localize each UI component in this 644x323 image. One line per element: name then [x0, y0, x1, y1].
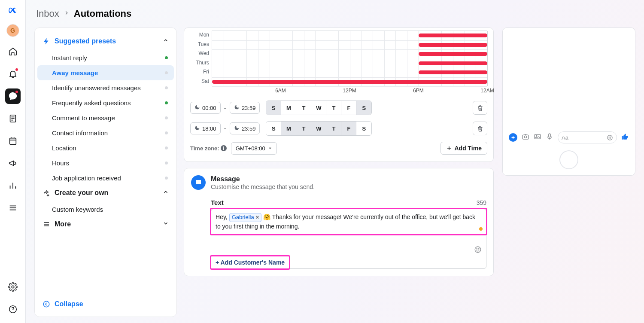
day-btn[interactable]: T [326, 101, 341, 115]
svg-point-2 [12, 286, 14, 288]
day-btn[interactable]: M [281, 101, 296, 115]
schedule-day-labels: MonTuesWedThursFriSat [190, 30, 209, 86]
day-btn[interactable]: F [341, 101, 356, 115]
svg-point-4 [43, 301, 49, 307]
breadcrumb-root[interactable]: Inbox [36, 8, 59, 19]
day-btn[interactable]: T [296, 101, 311, 115]
status-dot-icon [165, 131, 168, 134]
day-btn[interactable]: S [356, 122, 371, 135]
schedule-time-row: 00:00-23:59SMTWTFS [190, 101, 487, 115]
rail-settings[interactable] [5, 279, 21, 295]
status-dot-icon [165, 177, 168, 180]
delete-row-button[interactable] [473, 101, 487, 115]
start-time-input[interactable]: 00:00 [190, 102, 221, 114]
rail-help[interactable] [5, 302, 21, 317]
breadcrumb-current: Automations [74, 8, 131, 19]
breadcrumb: Inbox Automations [26, 0, 644, 27]
custom-list: Custom keywords [37, 202, 174, 217]
emoji-icon[interactable] [474, 246, 482, 253]
svg-point-6 [477, 249, 477, 250]
status-dot-icon [165, 86, 168, 89]
preset-item[interactable]: Instant reply [37, 50, 174, 65]
moon-icon [194, 125, 200, 132]
trash-icon [477, 105, 483, 111]
delete-row-button[interactable] [473, 122, 487, 135]
rail-posts[interactable] [5, 111, 21, 126]
start-time-input[interactable]: 18:00 [190, 122, 221, 134]
text-label: Text [211, 199, 224, 206]
add-time-button[interactable]: Add Time [440, 142, 487, 155]
day-btn[interactable]: W [311, 101, 326, 115]
preset-item[interactable]: Contact information [37, 125, 174, 140]
svg-rect-12 [549, 134, 551, 137]
phone-add-button[interactable]: + [509, 133, 517, 142]
status-dot-icon [165, 101, 168, 104]
customer-name-token[interactable]: Gabriella× [229, 213, 262, 222]
phone-preview: + Aa [502, 27, 635, 176]
rail-home[interactable] [5, 44, 21, 59]
remove-token-icon[interactable]: × [256, 213, 259, 222]
phone-text-input[interactable]: Aa [558, 131, 617, 143]
moon-icon [234, 125, 240, 132]
svg-point-14 [609, 137, 609, 137]
day-selector: SMTWTFS [266, 101, 372, 115]
trash-icon [477, 125, 483, 132]
day-btn[interactable]: F [341, 122, 356, 135]
caret-down-icon [268, 146, 272, 150]
preset-list: Instant replyAway messageIdentify unansw… [37, 50, 174, 186]
plus-icon [446, 145, 452, 151]
phone-home-button [559, 150, 578, 169]
group-create-own[interactable]: Create your own [37, 186, 174, 202]
gear-icon [8, 282, 18, 292]
rail-calendar[interactable] [5, 133, 21, 149]
image-icon[interactable] [534, 133, 541, 142]
rail-more[interactable] [5, 200, 21, 216]
document-icon [8, 114, 18, 123]
group-more[interactable]: More [37, 217, 174, 233]
account-avatar[interactable]: G [6, 24, 19, 37]
schedule-card: MonTuesWedThursFriSat 6AM12PM6PM12AM 00:… [184, 27, 494, 162]
preset-item[interactable]: Hours [37, 155, 174, 171]
megaphone-icon [8, 158, 18, 168]
sidebar: Suggested presets Instant replyAway mess… [34, 27, 177, 317]
home-icon [8, 47, 18, 56]
preset-item[interactable]: Job application received [37, 171, 174, 186]
info-icon[interactable]: i [221, 145, 227, 151]
timezone-select[interactable]: GMT+08:00 [231, 142, 277, 155]
lightning-icon [43, 37, 50, 45]
svg-point-15 [611, 137, 611, 137]
preset-item[interactable]: Frequently asked questions [37, 95, 174, 110]
preset-item[interactable]: Location [37, 140, 174, 155]
rail-notifications[interactable] [5, 66, 21, 82]
status-dot-icon [165, 116, 168, 119]
day-btn[interactable]: S [356, 101, 371, 115]
preset-item[interactable]: Identify unanswered messages [37, 80, 174, 95]
add-customer-name-button[interactable]: + Add Customer's Name [210, 255, 290, 270]
end-time-input[interactable]: 23:59 [230, 102, 260, 114]
group-suggested-presets[interactable]: Suggested presets [37, 34, 174, 50]
day-selector: SMTWTFS [266, 121, 372, 136]
rail-insights[interactable] [5, 178, 21, 193]
message-icon [191, 175, 206, 190]
mic-icon[interactable] [546, 133, 553, 142]
preset-item[interactable]: Comment to message [37, 110, 174, 125]
moon-icon [194, 104, 200, 111]
day-btn[interactable]: W [311, 122, 326, 135]
rail-messages[interactable] [5, 88, 21, 104]
day-btn[interactable]: T [296, 122, 311, 135]
end-time-input[interactable]: 23:59 [230, 122, 260, 134]
collapse-button[interactable]: Collapse [37, 296, 174, 312]
message-text-highlight: Hey, Gabriella× 🤗 Thanks for your messag… [210, 208, 487, 235]
message-textarea[interactable]: Hey, Gabriella× 🤗 Thanks for your messag… [211, 209, 486, 269]
day-btn[interactable]: S [266, 101, 281, 115]
day-btn[interactable]: M [281, 122, 296, 135]
custom-item[interactable]: Custom keywords [37, 202, 174, 217]
menu-icon [8, 203, 18, 213]
preset-item[interactable]: Away message [37, 65, 174, 80]
calendar-icon [8, 136, 18, 146]
day-btn[interactable]: S [266, 122, 281, 135]
rail-ads[interactable] [5, 155, 21, 171]
like-icon[interactable] [621, 133, 629, 142]
day-btn[interactable]: T [326, 122, 341, 135]
camera-icon[interactable] [522, 133, 529, 142]
